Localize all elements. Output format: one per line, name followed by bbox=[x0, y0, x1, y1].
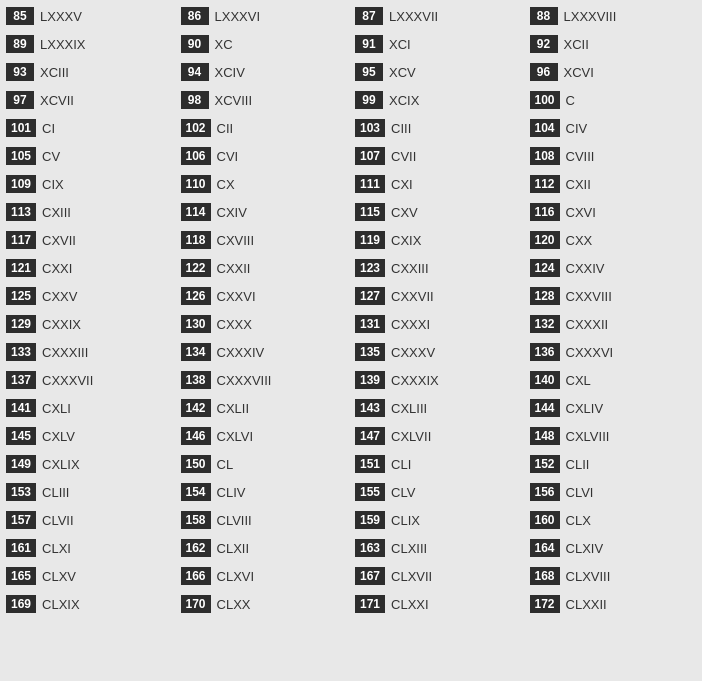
roman-numeral: LXXXV bbox=[40, 9, 82, 24]
list-item: 126CXXVI bbox=[177, 282, 352, 310]
list-item: 99XCIX bbox=[351, 86, 526, 114]
number-badge: 117 bbox=[6, 231, 36, 249]
list-item: 172CLXXII bbox=[526, 590, 701, 618]
roman-numeral: LXXXIX bbox=[40, 37, 86, 52]
number-badge: 144 bbox=[530, 399, 560, 417]
number-badge: 138 bbox=[181, 371, 211, 389]
roman-numeral: CXLV bbox=[42, 429, 75, 444]
number-badge: 88 bbox=[530, 7, 558, 25]
roman-numeral: CLXI bbox=[42, 541, 71, 556]
roman-numeral: CXXVI bbox=[217, 289, 256, 304]
roman-numeral: CXXXIV bbox=[217, 345, 265, 360]
number-badge: 126 bbox=[181, 287, 211, 305]
roman-numeral: CLXXII bbox=[566, 597, 607, 612]
number-badge: 96 bbox=[530, 63, 558, 81]
list-item: 92XCII bbox=[526, 30, 701, 58]
list-item: 143CXLIII bbox=[351, 394, 526, 422]
list-item: 125CXXV bbox=[2, 282, 177, 310]
number-badge: 89 bbox=[6, 35, 34, 53]
roman-numeral: CLXV bbox=[42, 569, 76, 584]
list-item: 164CLXIV bbox=[526, 534, 701, 562]
roman-numeral: XCVIII bbox=[215, 93, 253, 108]
number-badge: 142 bbox=[181, 399, 211, 417]
list-item: 85LXXXV bbox=[2, 2, 177, 30]
number-badge: 111 bbox=[355, 175, 385, 193]
roman-numeral: CLII bbox=[566, 457, 590, 472]
list-item: 142CXLII bbox=[177, 394, 352, 422]
number-badge: 162 bbox=[181, 539, 211, 557]
list-item: 108CVIII bbox=[526, 142, 701, 170]
number-badge: 155 bbox=[355, 483, 385, 501]
roman-numeral: CXLVIII bbox=[566, 429, 610, 444]
list-item: 138CXXXVIII bbox=[177, 366, 352, 394]
number-badge: 140 bbox=[530, 371, 560, 389]
list-item: 102CII bbox=[177, 114, 352, 142]
roman-numeral: CXXI bbox=[42, 261, 72, 276]
roman-numeral: CVII bbox=[391, 149, 416, 164]
number-badge: 172 bbox=[530, 595, 560, 613]
number-badge: 94 bbox=[181, 63, 209, 81]
roman-numeral: CXV bbox=[391, 205, 418, 220]
list-item: 162CLXII bbox=[177, 534, 352, 562]
number-badge: 107 bbox=[355, 147, 385, 165]
number-badge: 110 bbox=[181, 175, 211, 193]
roman-numeral: CI bbox=[42, 121, 55, 136]
number-badge: 115 bbox=[355, 203, 385, 221]
number-badge: 98 bbox=[181, 91, 209, 109]
number-badge: 156 bbox=[530, 483, 560, 501]
list-item: 110CX bbox=[177, 170, 352, 198]
roman-numeral: CIII bbox=[391, 121, 411, 136]
roman-numeral: CXVI bbox=[566, 205, 596, 220]
roman-numeral: CXLIX bbox=[42, 457, 80, 472]
roman-numeral: CVI bbox=[217, 149, 239, 164]
list-item: 140CXL bbox=[526, 366, 701, 394]
list-item: 160CLX bbox=[526, 506, 701, 534]
list-item: 131CXXXI bbox=[351, 310, 526, 338]
number-badge: 171 bbox=[355, 595, 385, 613]
number-badge: 122 bbox=[181, 259, 211, 277]
roman-numeral: CXXXI bbox=[391, 317, 430, 332]
list-item: 145CXLV bbox=[2, 422, 177, 450]
number-badge: 109 bbox=[6, 175, 36, 193]
number-badge: 123 bbox=[355, 259, 385, 277]
roman-numeral: LXXXVIII bbox=[564, 9, 617, 24]
number-badge: 93 bbox=[6, 63, 34, 81]
roman-numeral: CLIX bbox=[391, 513, 420, 528]
roman-numeral: CXXVII bbox=[391, 289, 434, 304]
roman-numeral: C bbox=[566, 93, 575, 108]
list-item: 135CXXXV bbox=[351, 338, 526, 366]
number-badge: 157 bbox=[6, 511, 36, 529]
list-item: 96XCVI bbox=[526, 58, 701, 86]
roman-numeral: CL bbox=[217, 457, 234, 472]
list-item: 104CIV bbox=[526, 114, 701, 142]
roman-numeral: CLVII bbox=[42, 513, 74, 528]
list-item: 154CLIV bbox=[177, 478, 352, 506]
list-item: 163CLXIII bbox=[351, 534, 526, 562]
number-badge: 141 bbox=[6, 399, 36, 417]
roman-numeral: CXXII bbox=[217, 261, 251, 276]
list-item: 157CLVII bbox=[2, 506, 177, 534]
roman-numeral: CXL bbox=[566, 373, 591, 388]
number-badge: 112 bbox=[530, 175, 560, 193]
roman-numeral: LXXXVI bbox=[215, 9, 261, 24]
list-item: 151CLI bbox=[351, 450, 526, 478]
number-badge: 139 bbox=[355, 371, 385, 389]
number-badge: 101 bbox=[6, 119, 36, 137]
number-badge: 163 bbox=[355, 539, 385, 557]
roman-numeral: CXXIX bbox=[42, 317, 81, 332]
number-badge: 97 bbox=[6, 91, 34, 109]
number-badge: 129 bbox=[6, 315, 36, 333]
number-badge: 106 bbox=[181, 147, 211, 165]
roman-numeral: CLI bbox=[391, 457, 411, 472]
list-item: 121CXXI bbox=[2, 254, 177, 282]
list-item: 115CXV bbox=[351, 198, 526, 226]
number-badge: 149 bbox=[6, 455, 36, 473]
list-item: 106CVI bbox=[177, 142, 352, 170]
roman-numeral: CXXIII bbox=[391, 261, 429, 276]
list-item: 86LXXXVI bbox=[177, 2, 352, 30]
list-item: 98XCVIII bbox=[177, 86, 352, 114]
list-item: 112CXII bbox=[526, 170, 701, 198]
number-badge: 136 bbox=[530, 343, 560, 361]
number-badge: 85 bbox=[6, 7, 34, 25]
list-item: 111CXI bbox=[351, 170, 526, 198]
